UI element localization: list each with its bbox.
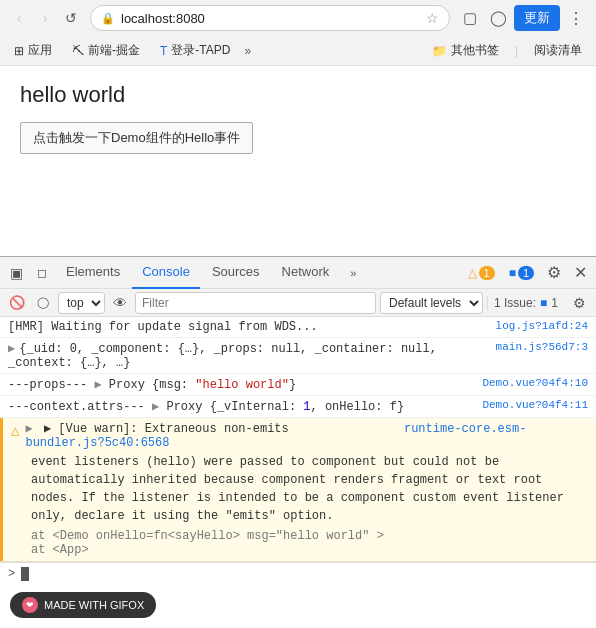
update-button[interactable]: 更新 xyxy=(514,5,560,31)
info-icon-small: ■ xyxy=(540,296,547,310)
props-source[interactable]: Demo.vue?04f4:10 xyxy=(482,377,588,389)
issues-badge: 1 Issue: ■ 1 xyxy=(487,296,564,310)
gifox-footer[interactable]: ❤ MADE WITH GIFOX xyxy=(10,592,156,618)
info-badge: ■ 1 xyxy=(503,266,540,280)
tab-sources[interactable]: Sources xyxy=(202,257,270,289)
warning-stack: at <Demo onHello=fn<sayHello> msg="hello… xyxy=(0,529,596,561)
console-line-hmr: [HMR] Waiting for update signal from WDS… xyxy=(0,317,596,338)
warn-body-line3: nodes. If the listener is intended to be… xyxy=(31,489,588,507)
object-source[interactable]: main.js?56d7:3 xyxy=(496,341,588,353)
console-input-line: > xyxy=(0,562,596,585)
tab-console[interactable]: Console xyxy=(132,257,200,289)
console-line-context: ---context.attrs--- ▶ Proxy {_vInternal:… xyxy=(0,396,596,418)
hmr-source[interactable]: log.js?1afd:24 xyxy=(496,320,588,332)
eye-icon[interactable]: 👁 xyxy=(109,292,131,314)
bookmark-tapd-label: 登录-TAPD xyxy=(171,42,230,59)
warn-body-line4: only, declare it using the "emits" optio… xyxy=(31,507,588,525)
device-toolbar-icon[interactable]: ◻ xyxy=(30,261,54,285)
hello-button[interactable]: 点击触发一下Demo组件的Hello事件 xyxy=(20,122,253,154)
warn-body-line2: automatically inherited because componen… xyxy=(31,471,588,489)
forward-button[interactable]: › xyxy=(34,7,56,29)
console-line-object: ▶{_uid: 0, _component: {…}, _props: null… xyxy=(0,338,596,374)
cast-icon[interactable]: ▢ xyxy=(458,6,482,30)
expand-icon[interactable]: ▶ xyxy=(8,342,15,356)
console-output: [HMR] Waiting for update signal from WDS… xyxy=(0,317,596,628)
menu-icon[interactable]: ⋮ xyxy=(564,7,588,30)
clear-console-icon[interactable]: 🚫 xyxy=(6,292,28,314)
warn-stack-line2: at <App> xyxy=(31,543,588,557)
context-message: ---context.attrs--- ▶ Proxy {_vInternal:… xyxy=(8,399,474,414)
warn-stack-line1: at <Demo onHello=fn<sayHello> msg="hello… xyxy=(31,529,588,543)
devtools-close-icon[interactable]: ✕ xyxy=(568,261,592,285)
gifox-icon: ❤ xyxy=(22,597,38,613)
tapd-icon: T xyxy=(160,44,167,58)
heart-icon: ❤ xyxy=(26,600,34,610)
address-text: localhost:8080 xyxy=(121,11,420,26)
title-bar: ‹ › ↺ 🔒 localhost:8080 ☆ ▢ ◯ 更新 ⋮ xyxy=(0,0,596,36)
apps-icon: ⊞ xyxy=(14,44,24,58)
bookmark-read[interactable]: 阅读清单 xyxy=(528,40,588,61)
inspect-element-icon[interactable]: ▣ xyxy=(4,261,28,285)
levels-selector[interactable]: Default levels xyxy=(380,292,483,314)
filter-input[interactable] xyxy=(135,292,376,314)
warn-expand-icon[interactable]: ▶ xyxy=(25,422,32,436)
issues-label: 1 Issue: xyxy=(494,296,536,310)
reload-button[interactable]: ↺ xyxy=(60,7,82,29)
back-button[interactable]: ‹ xyxy=(8,7,30,29)
console-messages-icon[interactable]: ◯ xyxy=(32,292,54,314)
bookmarks-bar: ⊞ 应用 ⛏ 前端-掘金 T 登录-TAPD » 📁 其他书签 | 阅读清单 xyxy=(0,36,596,66)
devtools-settings-icon[interactable]: ⚙ xyxy=(542,261,566,285)
props-message: ---props--- ▶ Proxy {msg: "hello world"} xyxy=(8,377,474,392)
bookmark-apps-label: 应用 xyxy=(28,42,52,59)
console-cursor xyxy=(21,567,29,581)
context-selector[interactable]: top xyxy=(58,292,105,314)
bookmarks-sep: | xyxy=(515,44,518,58)
nav-buttons: ‹ › ↺ xyxy=(8,7,82,29)
object-message: ▶{_uid: 0, _component: {…}, _props: null… xyxy=(8,341,488,370)
issues-count: 1 xyxy=(551,296,558,310)
more-bookmarks[interactable]: » xyxy=(244,44,251,58)
warn-body-line1: event listeners (hello) were passed to c… xyxy=(31,453,588,471)
bookmark-star-icon[interactable]: ☆ xyxy=(426,10,439,26)
other-bookmarks-label: 其他书签 xyxy=(451,42,499,59)
toolbar-icons: ▢ ◯ 更新 ⋮ xyxy=(458,5,588,31)
juejin-icon: ⛏ xyxy=(72,44,84,58)
devtools-panel: ▣ ◻ Elements Console Sources Network » △… xyxy=(0,256,596,628)
warning-header: △ ▶ ▶ [Vue warn]: Extraneous non-emits r… xyxy=(0,418,596,453)
warn-count: 1 xyxy=(479,266,495,280)
profile-icon[interactable]: ◯ xyxy=(486,6,510,30)
warn-triangle-icon: △ xyxy=(11,422,19,439)
info-count: 1 xyxy=(518,266,534,280)
warning-body: event listeners (hello) were passed to c… xyxy=(0,453,596,529)
bookmark-juejin[interactable]: ⛏ 前端-掘金 xyxy=(66,40,146,61)
bookmark-juejin-label: 前端-掘金 xyxy=(88,42,140,59)
bookmark-tapd[interactable]: T 登录-TAPD xyxy=(154,40,236,61)
bookmark-apps[interactable]: ⊞ 应用 xyxy=(8,40,58,61)
page-content: hello world 点击触发一下Demo组件的Hello事件 xyxy=(0,66,596,256)
bookmark-other[interactable]: 📁 其他书签 xyxy=(426,40,505,61)
address-bar[interactable]: 🔒 localhost:8080 ☆ xyxy=(90,5,450,31)
gifox-label: MADE WITH GIFOX xyxy=(44,599,144,611)
console-toolbar: 🚫 ◯ top 👁 Default levels 1 Issue: ■ 1 ⚙ xyxy=(0,289,596,317)
tab-network[interactable]: Network xyxy=(272,257,340,289)
warn-icon: △ xyxy=(468,266,477,280)
warning-block: △ ▶ ▶ [Vue warn]: Extraneous non-emits r… xyxy=(0,418,596,562)
warning-header-text: ▶ ▶ [Vue warn]: Extraneous non-emits run… xyxy=(25,421,588,450)
tab-elements[interactable]: Elements xyxy=(56,257,130,289)
more-tabs-icon[interactable]: » xyxy=(341,261,365,285)
browser-chrome: ‹ › ↺ 🔒 localhost:8080 ☆ ▢ ◯ 更新 ⋮ ⊞ 应用 ⛏… xyxy=(0,0,596,66)
console-line-props: ---props--- ▶ Proxy {msg: "hello world"}… xyxy=(0,374,596,396)
hmr-message: [HMR] Waiting for update signal from WDS… xyxy=(8,320,488,334)
page-title: hello world xyxy=(20,82,576,108)
info-icon: ■ xyxy=(509,266,516,280)
console-settings-icon[interactable]: ⚙ xyxy=(568,292,590,314)
warn-badge: △ 1 xyxy=(462,266,501,280)
console-prompt: > xyxy=(8,567,15,581)
context-source[interactable]: Demo.vue?04f4:11 xyxy=(482,399,588,411)
lock-icon: 🔒 xyxy=(101,12,115,25)
folder-icon: 📁 xyxy=(432,44,447,58)
read-mode-label: 阅读清单 xyxy=(534,42,582,59)
devtools-tabbar: ▣ ◻ Elements Console Sources Network » △… xyxy=(0,257,596,289)
